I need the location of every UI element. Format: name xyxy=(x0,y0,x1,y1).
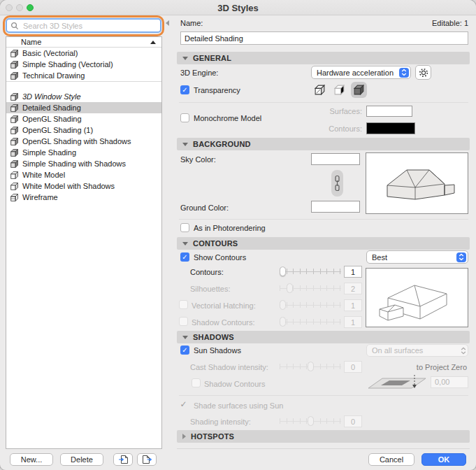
ground-color-swatch[interactable] xyxy=(311,201,360,213)
style-icon xyxy=(10,104,19,113)
cancel-button[interactable]: Cancel xyxy=(368,453,414,466)
delete-button[interactable]: Delete xyxy=(60,453,103,466)
style-icon xyxy=(10,159,19,169)
sun-shadows-checkbox[interactable]: ✓ xyxy=(180,346,189,355)
list-item[interactable]: Simple Shading with Shadows xyxy=(6,158,161,169)
style-icon xyxy=(10,148,19,157)
styles-list: Name Basic (Vectorial) Simple Shading (V… xyxy=(6,36,162,449)
name-label: Name: xyxy=(180,19,203,27)
style-icon xyxy=(10,182,19,191)
cast-shadow-intensity-label: Cast Shadow intensity: xyxy=(190,363,268,371)
list-item[interactable]: OpenGL Shading (1) xyxy=(6,124,161,136)
list-item[interactable]: Simple Shading (Vectorial) xyxy=(6,59,161,70)
search-icon xyxy=(10,22,19,30)
list-item[interactable]: 3D Window Style xyxy=(6,91,161,102)
style-icon xyxy=(10,71,19,80)
section-hotspots[interactable]: HOTSPOTS xyxy=(177,430,470,443)
link-colors-button[interactable] xyxy=(331,170,343,197)
title-bar: 3D Styles xyxy=(0,0,476,15)
photorendering-checkbox[interactable] xyxy=(180,223,189,232)
divider xyxy=(179,102,468,103)
search-field[interactable] xyxy=(6,18,161,33)
engine-dropdown[interactable]: Hardware acceleration xyxy=(311,66,411,79)
contours-value[interactable]: 1 xyxy=(344,266,362,278)
list-item-label: OpenGL Shading with Shadows xyxy=(22,137,131,145)
transparency-mode-solid-icon[interactable] xyxy=(351,82,367,98)
list-item[interactable]: White Model xyxy=(6,169,161,180)
shadow-altitude-field: 0,00 xyxy=(431,376,468,388)
collapse-triangle-icon xyxy=(182,336,188,339)
list-item[interactable]: OpenGL Shading with Shadows xyxy=(6,136,161,147)
contours-color-swatch[interactable] xyxy=(366,122,415,134)
gear-icon xyxy=(419,68,428,78)
collapse-triangle-icon xyxy=(182,57,188,60)
style-icon xyxy=(10,60,19,69)
collapse-pane-icon[interactable] xyxy=(166,20,169,26)
list-item-label: OpenGL Shading xyxy=(22,115,82,123)
sky-color-swatch[interactable] xyxy=(311,153,360,165)
style-icon xyxy=(10,115,19,124)
list-item[interactable]: OpenGL Shading xyxy=(6,113,161,124)
monochrome-checkbox[interactable] xyxy=(180,113,189,122)
contour-quality-dropdown[interactable]: Best xyxy=(366,250,468,264)
list-item-label: White Model xyxy=(22,171,65,179)
3d-styles-dialog: 3D Styles Name Basic (Vectorial) Simple … xyxy=(0,0,476,470)
list-item-label: Technical Drawing xyxy=(22,71,85,80)
engine-label: 3D Engine: xyxy=(180,69,218,77)
list-item[interactable]: White Model with Shadows xyxy=(6,180,161,192)
section-background[interactable]: BACKGROUND xyxy=(177,138,470,150)
show-contours-checkbox[interactable]: ✓ xyxy=(180,252,189,262)
list-item[interactable]: Simple Shading xyxy=(6,147,161,158)
new-button[interactable]: New... xyxy=(10,453,53,466)
shading-intensity-label: Shading intensity: xyxy=(190,418,251,426)
section-general[interactable]: GENERAL xyxy=(177,52,470,64)
transparency-checkbox[interactable]: ✓ xyxy=(180,85,189,94)
dropdown-stepper-icon xyxy=(399,68,409,78)
list-item-label: White Model with Shadows xyxy=(22,182,115,190)
dropdown-stepper-icon xyxy=(456,252,466,262)
contours-slider[interactable] xyxy=(280,266,341,276)
dropdown-stepper-disabled-icon xyxy=(461,347,466,355)
section-contours[interactable]: CONTOURS xyxy=(177,237,470,250)
list-item[interactable]: Basic (Vectorial) xyxy=(6,48,161,59)
list-item-label: Detailed Shading xyxy=(22,104,81,112)
section-shadows-label: SHADOWS xyxy=(193,333,234,341)
shadow-plane-icon xyxy=(364,373,428,392)
list-item-selected[interactable]: Detailed Shading xyxy=(6,102,161,113)
shadow-contours-value: 1 xyxy=(344,316,362,328)
project-zero-label: to Project Zero xyxy=(417,363,467,371)
shading-intensity-value: 0 xyxy=(344,415,362,427)
list-item-label: Simple Shading (Vectorial) xyxy=(22,60,113,69)
search-input[interactable] xyxy=(22,21,157,31)
footer-divider xyxy=(177,448,470,449)
transparency-mode-light-icon[interactable] xyxy=(331,82,347,98)
monochrome-label: Monochrome Model xyxy=(194,114,261,122)
export-styles-button[interactable] xyxy=(137,453,157,466)
section-shadows[interactable]: SHADOWS xyxy=(177,331,470,343)
surfaces-color-swatch[interactable] xyxy=(366,106,412,117)
style-name-input[interactable] xyxy=(180,31,468,45)
sky-color-label: Sky Color: xyxy=(180,155,216,164)
silhouettes-slider xyxy=(280,283,341,293)
ok-button[interactable]: OK xyxy=(421,453,466,466)
divider xyxy=(179,395,468,396)
list-column-header[interactable]: Name xyxy=(6,37,161,48)
shadow-contours-checkbox xyxy=(179,317,188,326)
show-contours-label: Show Contours xyxy=(194,253,246,262)
vectorial-hatching-label: Vectorial Hatching: xyxy=(192,301,256,310)
export-icon xyxy=(142,455,152,464)
chain-link-icon xyxy=(334,175,340,192)
engine-settings-button[interactable] xyxy=(415,65,431,80)
collapse-triangle-icon xyxy=(182,143,188,146)
style-icon xyxy=(10,137,19,146)
delete-button-label: Delete xyxy=(71,455,93,464)
list-item[interactable]: Technical Drawing xyxy=(6,70,161,81)
column-header-label: Name xyxy=(21,38,41,46)
list-item[interactable]: Wireframe xyxy=(6,192,161,203)
transparency-mode-wireframe-icon[interactable] xyxy=(312,82,328,98)
cast-shadow-value: 0 xyxy=(344,361,362,373)
transparency-label: Transparency xyxy=(194,86,240,94)
shade-surfaces-checkbox: ✓ xyxy=(179,400,188,409)
house-wireframe-image xyxy=(371,273,463,323)
import-styles-button[interactable] xyxy=(113,453,133,466)
